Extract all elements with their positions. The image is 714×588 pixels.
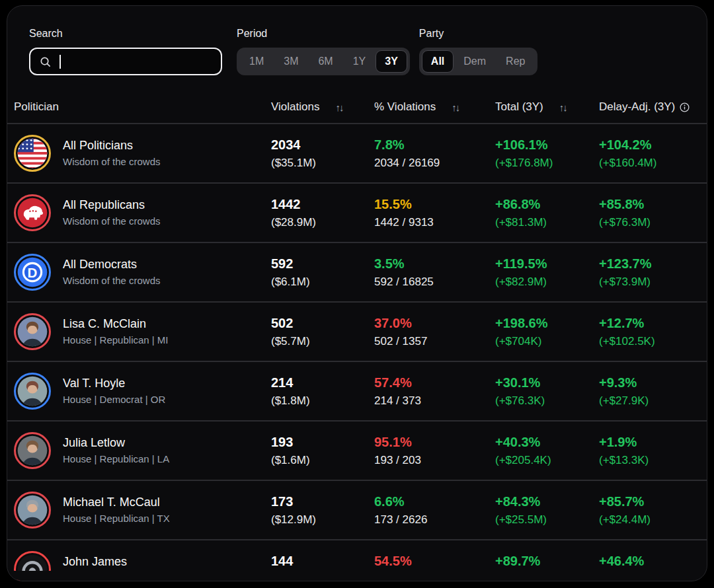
violations-count: 173 — [271, 494, 374, 509]
violations-count: 502 — [271, 316, 374, 331]
avatar-target — [14, 551, 51, 581]
delay-adj-amount: (+$102.5K) — [599, 335, 700, 348]
delay-adj-amount: (+$24.4M) — [599, 513, 700, 527]
total-amount — [495, 573, 599, 582]
total-cell: +89.7% — [495, 554, 599, 582]
total-return: +30.1% — [495, 375, 599, 390]
total-return: +119.5% — [495, 256, 599, 272]
total-amount: (+$176.8M) — [495, 157, 599, 170]
main-panel: Search Period 1M3M6M1Y3Y Party AllDemRep… — [7, 5, 707, 581]
delay-adj-cell: +9.3% (+$27.9K) — [599, 375, 700, 408]
politician-subtitle: House | Republican | TX — [63, 513, 170, 525]
delay-adj-return: +85.7% — [599, 494, 700, 509]
politician-name: Val T. Hoyle — [63, 377, 165, 390]
period-option-6m[interactable]: 6M — [308, 50, 342, 73]
pct-violations-cell: 57.4% 214 / 373 — [374, 375, 495, 408]
avatar-photo — [14, 313, 51, 350]
delay-adj-cell: +123.7% (+$73.9M) — [599, 256, 700, 289]
party-group: Party AllDemRep — [419, 28, 538, 75]
pct-violations-value: 15.5% — [374, 197, 495, 212]
violations-amount: ($35.1M) — [271, 157, 374, 170]
violations-cell: 502 ($5.7M) — [271, 316, 374, 348]
search-input[interactable] — [63, 55, 221, 67]
delay-adj-amount: (+$160.4M) — [599, 157, 700, 170]
party-label: Party — [419, 28, 538, 40]
period-option-3m[interactable]: 3M — [274, 50, 308, 73]
column-header-violations[interactable]: Violations↑↓ — [271, 100, 374, 114]
violations-cell: 193 ($1.6M) — [271, 435, 374, 467]
politician-cell: D All Democrats Wisdom of the crowds — [14, 254, 271, 291]
table-row[interactable]: Michael T. McCaul House | Republican | T… — [7, 480, 707, 539]
column-header-total-3y[interactable]: Total (3Y)↑↓ — [495, 100, 599, 114]
period-option-1y[interactable]: 1Y — [343, 50, 376, 73]
party-option-dem[interactable]: Dem — [454, 50, 496, 73]
sort-icon[interactable]: ↑↓ — [335, 102, 342, 113]
violations-cell: 144 — [271, 554, 374, 582]
search-box[interactable] — [29, 48, 222, 75]
pct-violations-cell: 6.6% 173 / 2626 — [374, 494, 495, 527]
total-cell: +106.1% (+$176.8M) — [495, 137, 599, 170]
total-return: +40.3% — [495, 435, 599, 450]
politician-cell: John James — [14, 551, 271, 581]
pct-violations-ratio: 173 / 2626 — [374, 513, 495, 527]
table-body: All Politicians Wisdom of the crowds 203… — [7, 123, 707, 581]
table-row[interactable]: Julia Letlow House | Republican | LA 193… — [7, 420, 707, 480]
column-label-delay-adj-3y: Delay-Adj. (3Y) — [599, 100, 675, 114]
total-return: +84.3% — [495, 494, 599, 509]
table-row[interactable]: D All Democrats Wisdom of the crowds 592… — [7, 242, 707, 301]
table-row[interactable]: Lisa C. McClain House | Republican | MI … — [7, 301, 707, 361]
politician-name: John James — [63, 555, 127, 569]
delay-adj-cell: +85.7% (+$24.4M) — [599, 494, 700, 527]
delay-adj-amount: (+$27.9K) — [599, 394, 700, 408]
delay-adj-amount: (+$76.3M) — [599, 216, 700, 229]
sort-icon[interactable]: ↑↓ — [452, 102, 459, 113]
politician-cell: Julia Letlow House | Republican | LA — [14, 432, 271, 469]
total-return: +86.8% — [495, 197, 599, 212]
delay-adj-return: +104.2% — [599, 137, 700, 153]
table-row[interactable]: Val T. Hoyle House | Democrat | OR 214 (… — [7, 361, 707, 420]
total-return: +89.7% — [495, 554, 599, 569]
avatar-photo — [14, 492, 51, 529]
total-amount: (+$704K) — [495, 335, 599, 348]
svg-text:D: D — [28, 265, 38, 280]
table-row[interactable]: All Republicans Wisdom of the crowds 144… — [7, 182, 707, 242]
period-option-1m[interactable]: 1M — [239, 50, 274, 73]
column-header-pct-violations[interactable]: % Violations↑↓ — [374, 100, 495, 114]
pct-violations-ratio: 592 / 16825 — [374, 276, 495, 289]
violations-cell: 1442 ($28.9M) — [271, 197, 374, 229]
search-group: Search — [29, 28, 222, 75]
violations-cell: 2034 ($35.1M) — [271, 137, 374, 170]
delay-adj-return: +85.8% — [599, 197, 700, 212]
pct-violations-ratio: 2034 / 26169 — [374, 157, 495, 170]
violations-amount: ($1.6M) — [271, 454, 374, 467]
total-return: +198.6% — [495, 316, 599, 331]
violations-amount: ($6.1M) — [271, 276, 374, 289]
table-row[interactable]: John James 144 54.5% +89.7% +46.4% — [7, 539, 707, 581]
violations-amount: ($28.9M) — [271, 216, 374, 229]
pct-violations-cell: 54.5% — [374, 554, 495, 582]
period-option-3y[interactable]: 3Y — [376, 50, 407, 73]
delay-adj-amount: (+$73.9M) — [599, 276, 700, 289]
delay-adj-cell: +12.7% (+$102.5K) — [599, 316, 700, 348]
column-label-politician: Politician — [14, 100, 59, 114]
total-amount: (+$81.3M) — [495, 216, 599, 229]
politician-cell: All Politicians Wisdom of the crowds — [14, 135, 271, 172]
violations-cell: 592 ($6.1M) — [271, 256, 374, 289]
politician-name: All Republicans — [63, 198, 161, 212]
avatar-photo — [14, 373, 51, 410]
pct-violations-cell: 37.0% 502 / 1357 — [374, 316, 495, 348]
pct-violations-value: 7.8% — [374, 137, 495, 153]
pct-violations-ratio: 193 / 203 — [374, 454, 495, 467]
table-row[interactable]: All Politicians Wisdom of the crowds 203… — [7, 123, 707, 182]
politician-name: All Democrats — [63, 258, 161, 272]
period-segmented-control: 1M3M6M1Y3Y — [237, 48, 410, 75]
sort-icon[interactable]: ↑↓ — [559, 102, 567, 113]
total-cell: +84.3% (+$25.5M) — [495, 494, 599, 527]
period-label: Period — [237, 28, 410, 40]
politician-name: Julia Letlow — [63, 436, 169, 450]
info-icon[interactable] — [680, 102, 690, 112]
politician-subtitle: Wisdom of the crowds — [63, 215, 161, 227]
filter-bar: Search Period 1M3M6M1Y3Y Party AllDemRep — [7, 6, 707, 75]
party-option-all[interactable]: All — [422, 50, 454, 73]
party-option-rep[interactable]: Rep — [496, 50, 535, 73]
